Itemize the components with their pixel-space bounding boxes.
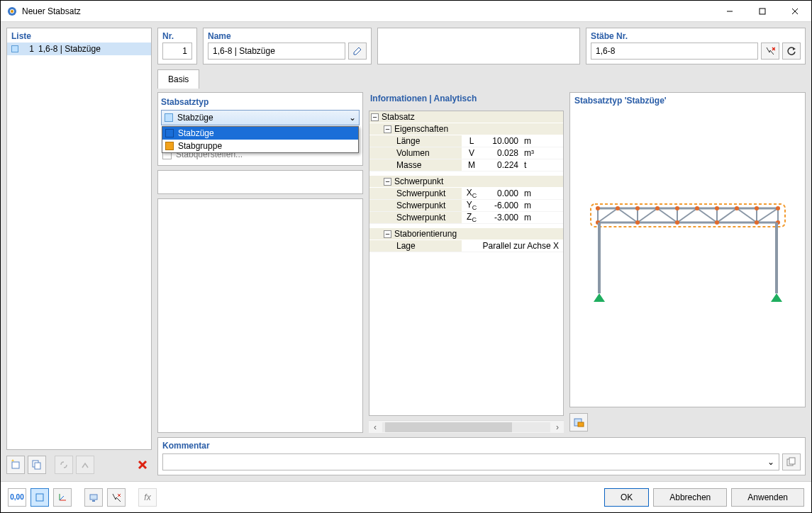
orient-row-lage: LageParallel zur Achse X: [369, 240, 563, 252]
comment-combo[interactable]: ⌄: [162, 453, 779, 470]
delete-button[interactable]: [133, 456, 152, 474]
spacer-box: [377, 28, 580, 64]
preview-settings-button[interactable]: [569, 413, 588, 432]
window-title: Neuer Stabsatz: [22, 6, 713, 16]
footer-view-button[interactable]: [30, 488, 49, 507]
svg-line-62: [60, 496, 64, 500]
comment-label: Kommentar: [162, 441, 801, 453]
footer: 0,00 fx OK Abbrechen Anwenden: [1, 481, 811, 512]
svg-line-24: [677, 208, 697, 222]
cog-row-y: SchwerpunktYC-6.000m: [369, 200, 563, 212]
preview-canvas[interactable]: [570, 108, 805, 407]
close-button[interactable]: [779, 1, 811, 22]
name-label: Name: [204, 28, 371, 43]
collapse-icon: −: [384, 178, 391, 186]
prop-row-masse: MasseM0.224t: [369, 159, 563, 171]
type-option-stabzuege[interactable]: Stabzüge: [162, 127, 358, 140]
svg-point-36: [616, 206, 620, 210]
svg-point-41: [715, 206, 719, 210]
pick-members-button[interactable]: [761, 43, 779, 60]
footer-axes-button[interactable]: [53, 488, 72, 507]
svg-rect-4: [760, 9, 765, 14]
cancel-button[interactable]: Abbrechen: [653, 488, 727, 507]
tree-node-orient[interactable]: −Staborientierung: [369, 228, 563, 240]
svg-point-46: [635, 220, 640, 225]
svg-line-25: [697, 208, 717, 222]
svg-point-2: [11, 10, 13, 13]
svg-rect-56: [578, 422, 584, 427]
svg-marker-8: [11, 459, 14, 461]
svg-rect-63: [90, 495, 97, 500]
preview-toolbar: [569, 412, 806, 433]
type-selected: Stabzüge: [177, 113, 213, 123]
list-body[interactable]: 1 1,6-8 | Stabzüge: [7, 43, 151, 449]
scroll-right-icon[interactable]: ›: [551, 422, 564, 432]
type-option-stabgruppe[interactable]: Stabgruppe: [162, 140, 358, 152]
svg-point-37: [635, 206, 640, 210]
nr-input[interactable]: 1: [162, 43, 192, 60]
svg-line-20: [598, 208, 618, 222]
footer-display-button[interactable]: [84, 488, 103, 507]
collapse-icon: −: [384, 230, 391, 238]
preview-title: Stabsatztyp 'Stabzüge': [570, 93, 805, 108]
name-input[interactable]: 1,6-8 | Stabzüge: [208, 43, 345, 60]
footer-pick-button[interactable]: [107, 488, 126, 507]
svg-marker-16: [793, 47, 796, 50]
chevron-down-icon: ⌄: [349, 113, 356, 123]
nr-box: Nr. 1: [157, 28, 197, 64]
tree-node-eigenschaften[interactable]: −Eigenschaften: [369, 123, 563, 135]
svg-point-47: [675, 220, 679, 225]
minimize-button[interactable]: [713, 1, 746, 22]
list-item[interactable]: 1 1,6-8 | Stabzüge: [7, 43, 151, 55]
svg-point-39: [675, 206, 679, 210]
svg-line-21: [618, 208, 638, 222]
cog-row-x: SchwerpunktXC0.000m: [369, 188, 563, 200]
svg-point-35: [596, 206, 600, 210]
svg-point-43: [755, 206, 759, 210]
type-combo[interactable]: Stabzüge ⌄ Stabzüge Stabgrup: [161, 110, 360, 125]
list-header: Liste: [7, 28, 151, 43]
app-icon: [6, 6, 18, 17]
members-box: Stäbe Nr. 1,6-8: [586, 28, 806, 64]
svg-rect-58: [789, 458, 795, 464]
preview-panel: Stabsatztyp 'Stabzüge': [569, 92, 806, 407]
cog-row-z: SchwerpunktZC-3.000m: [369, 212, 563, 224]
tree-node-schwerpunkt[interactable]: −Schwerpunkt: [369, 176, 563, 188]
option-color-icon: [165, 142, 174, 150]
comment-library-button[interactable]: [782, 453, 801, 470]
ok-button[interactable]: OK: [604, 488, 649, 507]
footer-fx-button: fx: [138, 488, 157, 507]
maximize-button[interactable]: [746, 1, 779, 22]
new-button[interactable]: [6, 456, 25, 474]
svg-point-42: [735, 206, 739, 210]
top-fields: Nr. 1 Name 1,6-8 | Stabzüge Stäbe Nr.: [157, 28, 806, 64]
apply-button[interactable]: Anwenden: [731, 488, 804, 507]
link-button: [55, 456, 73, 474]
chevron-down-icon: ⌄: [767, 457, 774, 467]
collapse-icon: −: [384, 125, 391, 133]
svg-line-28: [757, 208, 778, 222]
list-item-label: 1,6-8 | Stabzüge: [38, 44, 101, 54]
svg-marker-54: [771, 293, 782, 302]
prop-row-laenge: LängeL10.000m: [369, 135, 563, 147]
tree-scrollbar[interactable]: ‹ ›: [369, 420, 564, 433]
blank-panel-2: [157, 198, 363, 433]
edit-name-button[interactable]: [348, 43, 367, 60]
copy-button[interactable]: [28, 456, 46, 474]
tab-basis[interactable]: Basis: [157, 69, 199, 89]
svg-line-23: [657, 208, 677, 222]
blank-panel-1: [157, 170, 363, 194]
reverse-button[interactable]: [782, 43, 801, 60]
list-item-color-icon: [11, 45, 18, 52]
dialog-window: Neuer Stabsatz Liste 1 1,6-8 | Stabzüge: [0, 0, 812, 513]
nr-label: Nr.: [158, 28, 196, 43]
option-color-icon: [165, 129, 174, 137]
scroll-left-icon[interactable]: ‹: [369, 422, 382, 432]
tree-node-stabsatz[interactable]: −Stabsatz: [369, 111, 563, 123]
comment-section: Kommentar ⌄: [157, 437, 806, 475]
info-tree[interactable]: −Stabsatz −Eigenschaften LängeL10.000m V…: [369, 111, 564, 416]
members-input[interactable]: 1,6-8: [591, 43, 758, 60]
svg-point-38: [655, 206, 660, 210]
footer-units-button[interactable]: 0,00: [8, 488, 26, 507]
type-label: Stabsatztyp: [161, 96, 360, 110]
